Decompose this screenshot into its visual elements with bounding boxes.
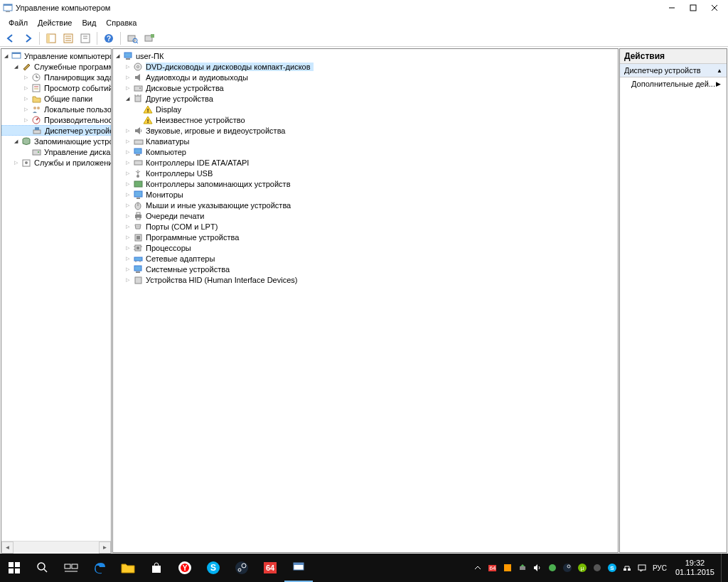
file-explorer-button[interactable]	[114, 554, 142, 582]
expand-toggle[interactable]	[21, 116, 30, 124]
minimize-button[interactable]	[661, 1, 682, 15]
scroll-right-button[interactable]: ►	[99, 541, 111, 554]
tray-utorrent[interactable]: µ	[576, 561, 589, 574]
expand-toggle[interactable]	[21, 105, 30, 114]
expand-toggle[interactable]	[11, 137, 20, 146]
expand-toggle[interactable]	[21, 95, 30, 103]
skype-button[interactable]: S	[199, 554, 228, 582]
device-sound[interactable]: Звуковые, игровые и видеоустройства	[113, 125, 618, 136]
expand-toggle[interactable]	[11, 158, 20, 167]
task-view-button[interactable]	[57, 554, 85, 582]
tree-system-tools[interactable]: Служебные программы	[1, 61, 111, 72]
expand-toggle[interactable]	[123, 126, 132, 135]
tree-local-users[interactable]: Локальные пользовате	[1, 104, 111, 114]
tray-app-dark[interactable]	[591, 561, 604, 574]
actions-more[interactable]: Дополнительные дей... ▶	[620, 77, 727, 90]
device-mice[interactable]: Мыши и иные указывающие устройства	[113, 200, 618, 210]
scan-hardware-button[interactable]	[124, 31, 140, 46]
device-ide[interactable]: Контроллеры IDE ATA/ATAPI	[113, 157, 618, 168]
expand-toggle[interactable]	[123, 148, 132, 156]
tray-app-orange[interactable]	[501, 561, 514, 574]
menu-file[interactable]: Файл	[4, 17, 32, 28]
device-other[interactable]: Другие устройства	[113, 93, 618, 104]
yandex-button[interactable]: Y	[171, 554, 199, 582]
device-processors[interactable]: Процессоры	[113, 242, 618, 253]
tray-show-hidden[interactable]	[471, 561, 484, 574]
close-button[interactable]	[704, 1, 725, 15]
back-button[interactable]	[3, 31, 18, 46]
tray-steam[interactable]	[561, 561, 574, 574]
expand-toggle[interactable]	[123, 244, 132, 252]
device-tree-pane[interactable]: user-ПК DVD-дисководы и дисководы компак…	[112, 48, 619, 553]
edge-button[interactable]	[85, 554, 114, 582]
device-network[interactable]: Сетевые адаптеры	[113, 253, 618, 264]
export-button[interactable]	[77, 31, 93, 46]
device-keyboards[interactable]: Клавиатуры	[113, 136, 618, 146]
tray-skype[interactable]: S	[606, 561, 619, 574]
device-computer[interactable]: Компьютер	[113, 146, 618, 157]
tree-storage[interactable]: Запоминающие устройст	[1, 136, 111, 146]
expand-toggle[interactable]	[123, 84, 132, 92]
expand-toggle[interactable]	[123, 158, 132, 167]
expand-toggle[interactable]	[123, 254, 132, 263]
tray-clock[interactable]: 19:32 01.11.2015	[671, 559, 719, 577]
device-software[interactable]: Программные устройства	[113, 232, 618, 242]
expand-toggle[interactable]	[123, 222, 132, 231]
device-dvd[interactable]: DVD-дисководы и дисководы компакт-дисков	[113, 61, 618, 72]
maximize-button[interactable]	[682, 1, 704, 15]
tree-root[interactable]: Управление компьютером (л	[1, 50, 111, 61]
device-audio[interactable]: Аудиовходы и аудиовыходы	[113, 72, 618, 82]
aida64-button[interactable]: 64	[256, 554, 284, 582]
expand-toggle[interactable]	[123, 265, 132, 274]
expand-toggle[interactable]	[11, 63, 20, 71]
start-button[interactable]	[0, 554, 28, 582]
expand-toggle[interactable]	[123, 73, 132, 82]
expand-toggle[interactable]	[123, 276, 132, 284]
left-scrollbar[interactable]: ◄ ►	[1, 541, 111, 553]
tray-app-green[interactable]	[546, 561, 559, 574]
menu-help[interactable]: Справка	[102, 17, 141, 28]
expand-toggle[interactable]	[113, 52, 122, 60]
device-disk-drives[interactable]: Дисковые устройства	[113, 82, 618, 93]
device-unknown[interactable]: ! Неизвестное устройство	[113, 114, 618, 125]
tree-performance[interactable]: Производительность	[1, 114, 111, 125]
tree-device-manager[interactable]: Диспетчер устройств	[1, 125, 111, 136]
expand-toggle[interactable]	[1, 52, 10, 60]
tray-volume[interactable]	[531, 561, 544, 574]
device-system[interactable]: Системные устройства	[113, 264, 618, 274]
expand-toggle[interactable]	[123, 201, 132, 210]
device-ports[interactable]: Порты (COM и LPT)	[113, 221, 618, 232]
device-print-queues[interactable]: Очереди печати	[113, 210, 618, 221]
expand-toggle[interactable]	[123, 95, 132, 103]
properties-button[interactable]	[60, 31, 76, 46]
expand-toggle[interactable]	[123, 137, 132, 146]
expand-toggle[interactable]	[123, 233, 132, 242]
device-hid[interactable]: Устройства HID (Human Interface Devices)	[113, 274, 618, 285]
tray-language[interactable]: РУС	[651, 561, 669, 574]
mmc-taskbar-button[interactable]	[284, 554, 313, 582]
search-button[interactable]	[28, 554, 57, 582]
help-button[interactable]: ?	[101, 31, 117, 46]
show-desktop-button[interactable]	[721, 554, 725, 582]
actions-section-device-manager[interactable]: Диспетчер устройств ▲	[620, 64, 727, 77]
steam-button[interactable]	[228, 554, 256, 582]
scroll-left-button[interactable]: ◄	[1, 541, 14, 554]
expand-toggle[interactable]	[21, 84, 30, 92]
tree-disk-management[interactable]: Управление дисками	[1, 146, 111, 157]
expand-toggle[interactable]	[21, 73, 30, 82]
device-display-unknown[interactable]: ! Display	[113, 104, 618, 114]
tray-aida[interactable]: 64	[486, 561, 499, 574]
tray-network[interactable]	[621, 561, 633, 574]
expand-toggle[interactable]	[123, 180, 132, 188]
console-tree-pane[interactable]: Управление компьютером (л Служебные прог…	[1, 48, 112, 553]
show-hide-tree-button[interactable]	[43, 31, 59, 46]
device-usb[interactable]: Контроллеры USB	[113, 168, 618, 178]
tray-action-center[interactable]	[636, 561, 648, 574]
forward-button[interactable]	[20, 31, 36, 46]
tree-services-apps[interactable]: Службы и приложения	[1, 157, 111, 168]
tree-task-scheduler[interactable]: Планировщик заданий	[1, 72, 111, 82]
tray-safely-remove[interactable]	[516, 561, 529, 574]
tree-shared-folders[interactable]: Общие папки	[1, 93, 111, 104]
add-legacy-hardware-button[interactable]	[141, 31, 157, 46]
tree-event-viewer[interactable]: Просмотр событий	[1, 82, 111, 93]
